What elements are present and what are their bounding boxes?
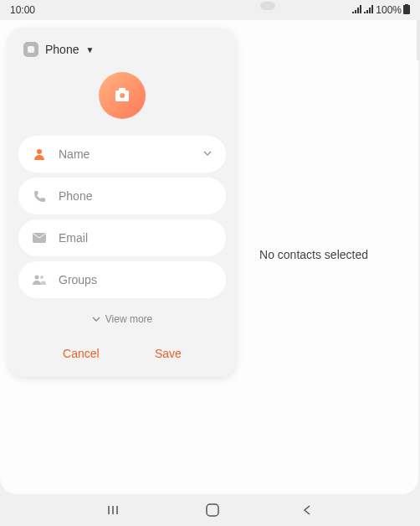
email-label: Email (59, 231, 213, 245)
storage-account-selector[interactable]: Phone ▼ (18, 39, 226, 65)
save-button[interactable]: Save (155, 347, 182, 360)
groups-label: Groups (59, 273, 213, 286)
svg-rect-1 (405, 4, 408, 6)
navigation-bar (0, 494, 420, 526)
empty-state-text: No contacts selected (259, 248, 368, 261)
phone-field[interactable]: Phone (18, 178, 226, 214)
battery-icon (403, 4, 410, 17)
expand-name-icon[interactable] (202, 147, 213, 161)
svg-rect-0 (403, 5, 410, 14)
add-photo-button[interactable] (99, 72, 146, 119)
status-icons: 100% (352, 4, 410, 17)
chevron-down-icon (92, 315, 100, 324)
groups-field[interactable]: Groups (18, 261, 226, 298)
status-bar: 10:00 100% (0, 0, 420, 20)
back-button[interactable] (302, 504, 312, 516)
email-icon (32, 230, 47, 245)
name-label: Name (59, 147, 191, 161)
person-icon (32, 147, 47, 162)
edge-panel-handle[interactable] (417, 20, 420, 60)
view-more-label: View more (105, 313, 152, 325)
photo-row (18, 65, 226, 136)
name-field[interactable]: Name (18, 136, 226, 173)
front-camera-notch (260, 2, 275, 10)
groups-icon (32, 272, 47, 287)
cancel-button[interactable]: Cancel (63, 347, 100, 360)
phone-storage-icon (23, 42, 38, 57)
view-more-button[interactable]: View more (18, 303, 226, 332)
phone-icon (32, 188, 47, 204)
home-button[interactable] (206, 503, 219, 517)
dropdown-caret-icon: ▼ (85, 45, 94, 54)
svg-point-4 (35, 276, 39, 280)
svg-point-2 (37, 149, 42, 154)
email-field[interactable]: Email (18, 219, 226, 256)
signal-icon-2 (364, 4, 374, 16)
action-row: Cancel Save (18, 332, 226, 367)
camera-icon (115, 90, 129, 101)
svg-rect-9 (207, 504, 218, 516)
svg-point-5 (40, 276, 44, 279)
account-label: Phone (45, 43, 79, 56)
create-contact-panel: Phone ▼ Name Phone Email Groups (8, 28, 236, 377)
signal-icon (352, 4, 362, 16)
recents-button[interactable] (108, 504, 123, 516)
phone-label: Phone (59, 189, 213, 203)
clock-text: 10:00 (10, 4, 35, 16)
battery-text: 100% (376, 4, 402, 16)
